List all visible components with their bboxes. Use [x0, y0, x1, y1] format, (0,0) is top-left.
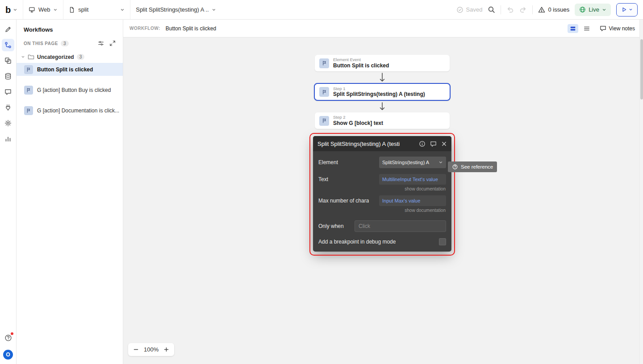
breakpoint-label: Add a breakpoint in debug mode: [318, 239, 396, 245]
node-kind: Element Event: [333, 57, 389, 62]
vertical-scrollbar[interactable]: [639, 20, 643, 364]
plugins-tab[interactable]: [2, 101, 14, 114]
check-circle-icon: [456, 6, 463, 13]
data-tab[interactable]: [2, 70, 14, 83]
user-avatar[interactable]: O: [3, 350, 13, 360]
show-documentation-link[interactable]: show documentation: [319, 186, 446, 191]
live-button[interactable]: Live: [575, 4, 611, 16]
popup-title: Split SplitStrings(testing) A (testi: [317, 141, 414, 147]
workflow-list-item[interactable]: Button Split is clicked: [17, 63, 123, 76]
max-chars-expression-value: Input Max's value: [382, 198, 420, 203]
globe-icon: [579, 6, 586, 13]
comment-icon[interactable]: [430, 141, 437, 147]
workflow-tab[interactable]: [2, 39, 14, 51]
live-label: Live: [589, 6, 599, 13]
chevron-down-icon: [13, 8, 17, 12]
breakpoint-checkbox[interactable]: [439, 238, 446, 245]
reference-icon: [452, 164, 458, 170]
workflow-list-item[interactable]: G [action] Documentation is click...: [17, 104, 123, 117]
step1-node[interactable]: Step 1 Split SplitStrings(testing) A (te…: [314, 83, 451, 101]
settings-tab[interactable]: [2, 117, 14, 129]
bubble-logo-menu[interactable]: b: [0, 0, 23, 19]
popup-titlebar[interactable]: Split SplitStrings(testing) A (testi: [313, 136, 451, 151]
workflow-dropdown[interactable]: Split SplitStrings(testing) A ...: [130, 0, 221, 19]
page-dropdown-label: split: [78, 6, 88, 13]
max-chars-expression-field[interactable]: Input Max's value: [379, 195, 446, 206]
workflows-panel: Workflows ON THIS PAGE 3 Uncategorized 3…: [17, 20, 123, 364]
show-documentation-link[interactable]: show documentation: [319, 208, 446, 213]
chevron-down-icon: [438, 160, 443, 165]
undo-icon[interactable]: [506, 6, 514, 13]
max-chars-label: Max number of chara: [318, 198, 369, 204]
workflow-list-item[interactable]: G [action] Button Buy is clicked: [17, 83, 123, 96]
bubble-logo: b: [5, 5, 11, 14]
view-notes-label: View notes: [609, 25, 635, 32]
node-kind: Step 1: [333, 86, 425, 91]
design-tab[interactable]: [2, 23, 14, 36]
saved-label: Saved: [466, 6, 483, 13]
arrow-down-icon: [379, 72, 386, 83]
platform-dropdown-label: Web: [38, 6, 50, 13]
gear-icon: [4, 120, 12, 127]
workflow-name: Button Split is clicked: [166, 25, 216, 32]
workflow-item-label: Button Split is clicked: [37, 66, 93, 73]
text-expression-field[interactable]: MultilineInput Text's value: [379, 174, 446, 185]
canvas-area[interactable]: Element Event Button Split is clicked St…: [123, 37, 643, 364]
expand-icon[interactable]: [109, 40, 116, 46]
event-icon: [24, 86, 33, 95]
preview-button[interactable]: [616, 3, 638, 17]
event-icon: [24, 106, 33, 115]
view-list-toggle[interactable]: [581, 24, 592, 33]
view-notes-button[interactable]: View notes: [600, 25, 635, 32]
scrollbar-thumb[interactable]: [640, 39, 643, 99]
components-tab[interactable]: [2, 54, 14, 67]
zoom-out-button[interactable]: [133, 347, 139, 352]
redo-icon[interactable]: [519, 6, 527, 13]
plug-icon: [4, 104, 12, 111]
see-reference-tooltip[interactable]: See reference: [448, 161, 497, 172]
page-dropdown[interactable]: split: [63, 0, 130, 19]
topbar: b Web split Split SplitStrings(testing) …: [0, 0, 643, 20]
element-label: Element: [318, 159, 338, 165]
view-cards-toggle[interactable]: [568, 24, 578, 33]
rows-icon: [570, 25, 576, 32]
chevron-down-icon: [629, 8, 633, 12]
event-node[interactable]: Element Event Button Split is clicked: [315, 55, 450, 71]
platform-dropdown[interactable]: Web: [23, 0, 63, 19]
element-select[interactable]: SplitStrings(testing) A: [379, 157, 446, 168]
on-this-page-section: ON THIS PAGE 3: [17, 37, 123, 51]
see-reference-label: See reference: [461, 164, 493, 170]
styles-tab[interactable]: [2, 86, 14, 98]
chevron-down-icon: [21, 55, 25, 59]
issues-button[interactable]: 0 issues: [538, 6, 569, 13]
chevron-down-icon: [53, 8, 58, 12]
only-when-input[interactable]: [355, 220, 446, 232]
help-button[interactable]: [2, 331, 14, 344]
canvas-header: WORKFLOW: Button Split is clicked View n…: [123, 20, 643, 37]
play-icon: [621, 7, 627, 12]
filter-icon[interactable]: [98, 40, 104, 46]
search-icon[interactable]: [488, 6, 495, 13]
left-rail: O: [0, 20, 17, 364]
zoom-in-button[interactable]: [163, 347, 169, 352]
workflow-label: WORKFLOW:: [129, 26, 160, 31]
close-icon[interactable]: [441, 141, 447, 147]
info-icon[interactable]: [419, 141, 426, 147]
divider: [501, 5, 501, 14]
page-icon: [69, 7, 75, 13]
minus-icon: [133, 347, 139, 352]
node-title: Show G [block] text: [333, 120, 383, 127]
layout-icon: [4, 57, 12, 64]
node-title: Split SplitStrings(testing) A (testing): [333, 91, 425, 98]
folder-uncategorized[interactable]: Uncategorized 3: [17, 51, 123, 63]
step-icon: [319, 87, 329, 97]
monitor-icon: [29, 6, 35, 13]
step2-node[interactable]: Step 2 Show G [block] text: [315, 112, 450, 129]
styles-icon: [4, 88, 12, 95]
divider: [532, 5, 533, 14]
workflow-canvas: WORKFLOW: Button Split is clicked View n…: [123, 20, 643, 364]
arrow-down-icon: [379, 102, 386, 112]
logs-tab[interactable]: [2, 132, 14, 145]
topbar-right: Saved 0 issues Live: [456, 3, 643, 17]
issues-label: 0 issues: [548, 6, 569, 13]
